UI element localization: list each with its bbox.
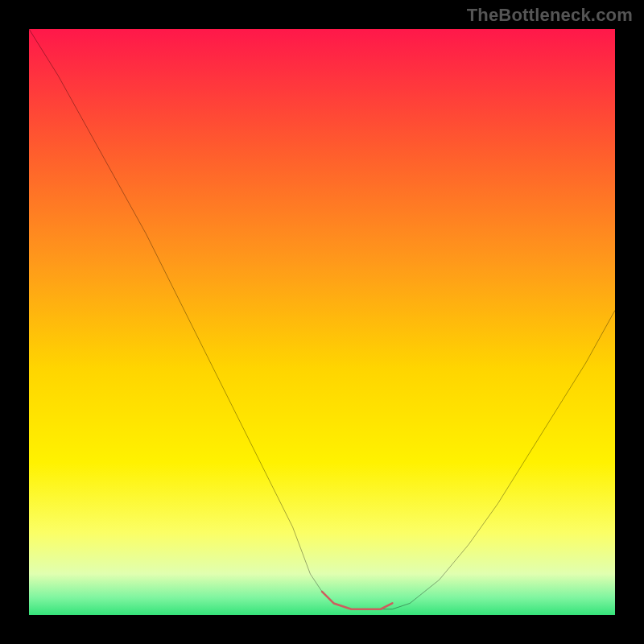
gradient-background [29,29,615,615]
attribution-text: TheBottleneck.com [467,5,633,26]
chart-frame: TheBottleneck.com [0,0,644,644]
bottleneck-chart [29,29,615,615]
